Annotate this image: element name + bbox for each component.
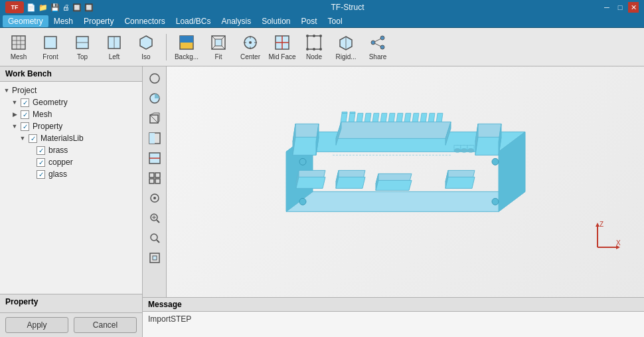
toolbar-btn-front[interactable]: Front bbox=[36, 31, 65, 64]
toolbar-btn-share[interactable]: Share bbox=[363, 31, 392, 64]
toolbar-btn-backg---[interactable]: Backg... bbox=[172, 31, 201, 64]
svg-point-111 bbox=[461, 148, 467, 152]
tree-checkbox[interactable] bbox=[37, 158, 45, 167]
svg-marker-83 bbox=[336, 122, 451, 138]
svg-point-20 bbox=[249, 41, 252, 44]
menubar: GeometryMeshPropertyConnectorsLoad/BCsAn… bbox=[0, 15, 644, 28]
svg-rect-0 bbox=[12, 36, 25, 49]
svg-rect-14 bbox=[215, 39, 222, 46]
tree-checkbox[interactable] bbox=[37, 146, 45, 155]
vp-btn-center[interactable] bbox=[145, 189, 165, 207]
toolbar-btn-top[interactable]: Top bbox=[68, 31, 97, 64]
toolbar-btn-rigid---[interactable]: Rigid... bbox=[331, 31, 361, 64]
svg-text:Z: Z bbox=[600, 221, 604, 228]
toolbar-icon-top bbox=[73, 33, 92, 52]
toolbar-icon-node bbox=[305, 33, 323, 52]
toolbar-btn-left[interactable]: Left bbox=[100, 31, 129, 64]
toolbar-label: Iso bbox=[141, 53, 150, 60]
toolbar-separator bbox=[166, 34, 167, 60]
menu-item-tool[interactable]: Tool bbox=[323, 15, 348, 27]
toolbar-btn-mesh[interactable]: Mesh bbox=[4, 31, 33, 64]
vp-btn-zoom[interactable] bbox=[145, 209, 165, 227]
tree-expand-icon[interactable]: ▼ bbox=[11, 98, 19, 106]
svg-line-61 bbox=[157, 240, 159, 243]
tree-expand-icon[interactable]: ▼ bbox=[19, 134, 27, 142]
vp-btn-mid[interactable] bbox=[145, 149, 165, 168]
tree-checkbox[interactable] bbox=[37, 170, 45, 179]
svg-rect-28 bbox=[307, 36, 321, 49]
toolbar-label: Fit bbox=[214, 53, 222, 60]
tree-item-project[interactable]: ▼Project bbox=[0, 84, 142, 96]
workbench-header: Work Bench bbox=[0, 66, 142, 82]
close-button[interactable]: ✕ bbox=[628, 2, 639, 13]
apply-button[interactable]: Apply bbox=[5, 317, 68, 333]
toolbar-btn-center[interactable]: Center bbox=[236, 31, 265, 64]
svg-marker-105 bbox=[445, 177, 475, 188]
vp-btn-frame[interactable] bbox=[145, 249, 165, 267]
toolbar-btn-fit[interactable]: Fit bbox=[204, 31, 233, 64]
vp-btn-shading[interactable] bbox=[145, 89, 165, 108]
svg-text:X: X bbox=[616, 239, 621, 247]
svg-point-116 bbox=[492, 158, 499, 165]
tree-checkbox[interactable] bbox=[29, 134, 37, 143]
svg-line-41 bbox=[375, 44, 380, 47]
menu-item-geometry[interactable]: Geometry bbox=[3, 15, 48, 27]
toolbar-btn-mid-face[interactable]: Mid Face bbox=[268, 31, 297, 64]
maximize-button[interactable]: □ bbox=[615, 2, 625, 13]
property-panel: Property bbox=[0, 294, 142, 312]
tree-label: Project bbox=[12, 86, 37, 95]
tree-item-copper[interactable]: copper bbox=[0, 156, 142, 168]
tree-label: Geometry bbox=[33, 98, 68, 107]
tree-item-brass[interactable]: brass bbox=[0, 144, 142, 156]
tree-expand-icon[interactable]: ▶ bbox=[11, 110, 19, 118]
menu-item-analysis[interactable]: Analysis bbox=[216, 15, 256, 27]
svg-rect-63 bbox=[153, 256, 157, 260]
tree-label: copper bbox=[48, 158, 73, 167]
menu-item-solution[interactable]: Solution bbox=[256, 15, 295, 27]
svg-point-117 bbox=[299, 198, 306, 205]
tree-item-property[interactable]: ▼Property bbox=[0, 120, 142, 132]
svg-rect-53 bbox=[155, 179, 160, 183]
vp-btn-search[interactable] bbox=[145, 229, 165, 247]
tree-expand-icon[interactable]: ▼ bbox=[3, 86, 11, 94]
vp-btn-half[interactable] bbox=[145, 129, 165, 148]
tree-checkbox[interactable] bbox=[21, 110, 29, 119]
toolbar-label: Front bbox=[42, 53, 58, 60]
tree-item-mesh[interactable]: ▶Mesh bbox=[0, 108, 142, 120]
left-panel: Work Bench ▼Project▼Geometry▶Mesh▼Proper… bbox=[0, 66, 143, 337]
app-title: TF-Struct bbox=[94, 3, 602, 12]
menu-item-post[interactable]: Post bbox=[296, 15, 323, 27]
vp-btn-box[interactable] bbox=[145, 109, 165, 128]
toolbar-label: Mid Face bbox=[268, 53, 295, 60]
tree-checkbox[interactable] bbox=[21, 98, 29, 107]
menu-item-load-bcs[interactable]: Load/BCs bbox=[171, 15, 216, 27]
toolbar-btn-iso[interactable]: Iso bbox=[131, 31, 161, 64]
menu-item-connectors[interactable]: Connectors bbox=[119, 15, 170, 27]
toolbar-btn-node[interactable]: Node bbox=[299, 31, 329, 64]
message-content: ImportSTEP bbox=[143, 312, 644, 326]
cancel-button[interactable]: Cancel bbox=[74, 317, 137, 333]
vp-btn-select[interactable] bbox=[145, 69, 165, 88]
tree-expand-icon[interactable]: ▼ bbox=[11, 122, 19, 130]
vp-btn-grid[interactable] bbox=[145, 169, 165, 187]
coordinate-axes: Z X bbox=[584, 217, 624, 257]
minimize-button[interactable]: ─ bbox=[602, 2, 612, 13]
tree-item-materialslib[interactable]: ▼MaterialsLib bbox=[0, 132, 142, 144]
svg-rect-51 bbox=[155, 173, 160, 177]
toolbar-icon-mid-face bbox=[273, 33, 291, 52]
svg-marker-96 bbox=[296, 177, 325, 188]
menu-item-mesh[interactable]: Mesh bbox=[48, 15, 78, 27]
tree-label: MaterialsLib bbox=[40, 134, 84, 143]
model-container bbox=[246, 78, 565, 267]
tree-item-geometry[interactable]: ▼Geometry bbox=[0, 96, 142, 108]
svg-rect-12 bbox=[180, 36, 193, 43]
svg-point-118 bbox=[492, 198, 499, 205]
svg-point-55 bbox=[153, 197, 156, 199]
tree-label: glass bbox=[48, 169, 67, 179]
canvas-area[interactable]: Z X bbox=[167, 66, 644, 297]
svg-point-32 bbox=[319, 48, 322, 51]
svg-marker-88 bbox=[293, 137, 319, 155]
tree-checkbox[interactable] bbox=[21, 122, 29, 131]
tree-item-glass[interactable]: glass bbox=[0, 168, 142, 180]
menu-item-property[interactable]: Property bbox=[78, 15, 119, 27]
